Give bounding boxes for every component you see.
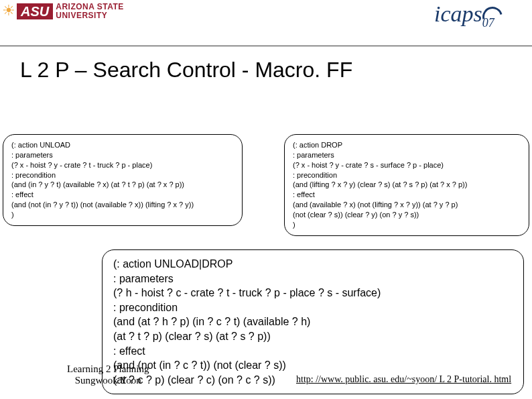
conference-logo: icaps07 [434,1,528,43]
conference-text: icaps07 [434,1,494,26]
asu-name-line1: ARIZONA STATE [56,3,124,11]
asu-logo-mark: ☀ ASU [2,3,53,19]
code-box-macro: (: action UNLOAD|DROP : parameters (? h … [102,249,524,394]
footer-line1: Learning 2 Planning [67,363,149,374]
code-box-unload: (: action UNLOAD : parameters (? x - hoi… [3,134,243,226]
asu-name: ARIZONA STATE UNIVERSITY [56,3,124,19]
page-title: L 2 P – Search Control - Macro. FF [20,58,352,82]
asu-initials: ASU [17,3,53,19]
asu-name-line2: UNIVERSITY [56,11,124,20]
footer-link[interactable]: http: //www. public. asu. edu/~syoon/ L … [296,374,511,385]
asu-logo: ☀ ASU ARIZONA STATE UNIVERSITY [2,3,124,19]
footer-line2: Sungwook Yoon [75,375,141,386]
header-divider [0,46,532,46]
sun-icon: ☀ [2,3,15,18]
code-box-drop: (: action DROP : parameters (? x - hoist… [284,134,529,236]
footer-lines: Learning 2 Planning Sungwook Yoon [67,363,149,386]
footer-author: Learning 2 Planning Sungwook Yoon [67,363,149,386]
